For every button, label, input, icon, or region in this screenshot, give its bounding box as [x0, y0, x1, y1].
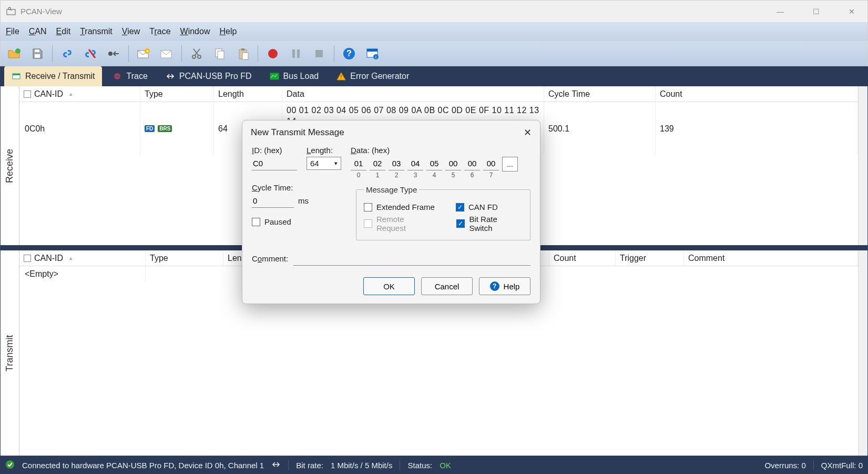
connect-icon[interactable]	[57, 43, 78, 64]
reset-icon[interactable]	[103, 43, 124, 64]
col-canid-header[interactable]: CAN-ID	[34, 89, 63, 99]
info-icon[interactable]: i	[362, 43, 383, 64]
tab-trace[interactable]: Trace	[105, 66, 155, 86]
status-check-icon	[5, 460, 15, 471]
byte-2[interactable]	[389, 157, 404, 170]
byte-1[interactable]	[370, 157, 385, 170]
col-cycle-header[interactable]: Cycle Time	[544, 86, 656, 102]
brs-badge: BRS	[158, 125, 172, 132]
id-input[interactable]	[252, 157, 297, 170]
byte-4[interactable]	[426, 157, 442, 170]
minimize-button[interactable]: —	[770, 7, 791, 16]
tab-warning-icon: !	[336, 72, 346, 81]
col-type-header[interactable]: Type	[140, 86, 214, 102]
paste-icon[interactable]	[232, 43, 253, 64]
app-icon	[6, 6, 16, 17]
message-type-group: Message Type Extended Frame ✓CAN FD Remo…	[356, 185, 530, 240]
data-label: Data: (hex)	[351, 146, 530, 155]
cycle-input[interactable]	[252, 194, 294, 208]
col-data-header[interactable]: Data	[282, 86, 544, 102]
edit-message-icon[interactable]	[156, 43, 177, 64]
tx-col-count[interactable]: Count	[549, 250, 616, 266]
transmit-label: Transmit	[1, 250, 19, 456]
data-bytes: 0 1 2 3 4 5 6 7 ...	[351, 157, 530, 179]
fd-badge: FD	[145, 125, 155, 132]
save-icon[interactable]	[27, 43, 48, 64]
titlebar: PCAN-View — ☐ ✕	[0, 0, 868, 22]
tab-pcan-usb[interactable]: PCAN-USB Pro FD	[158, 66, 259, 86]
tx-col-comment[interactable]: Comment	[684, 250, 858, 266]
tab-error-gen[interactable]: ! Error Generator	[329, 66, 416, 86]
tab-rx-tx-icon	[12, 72, 21, 81]
new-transmit-dialog: New Transmit Message ✕ ID: (hex) Length:…	[242, 120, 540, 304]
menu-file[interactable]: File	[6, 27, 19, 36]
menu-window[interactable]: Window	[180, 27, 210, 36]
svg-rect-23	[297, 49, 300, 58]
status-connection: Connected to hardware PCAN-USB Pro FD, D…	[22, 461, 264, 470]
receive-scrollbar[interactable]	[858, 86, 867, 245]
comment-input[interactable]	[293, 251, 530, 266]
rx-length: 64	[218, 124, 228, 134]
window-title: PCAN-View	[21, 7, 62, 16]
menu-help[interactable]: Help	[219, 27, 237, 36]
ok-button[interactable]: OK	[363, 277, 415, 295]
menu-can[interactable]: CAN	[29, 27, 47, 36]
menu-view[interactable]: View	[122, 27, 140, 36]
length-select[interactable]: 64▾	[307, 157, 341, 170]
pause-icon[interactable]	[285, 43, 307, 64]
col-count-header[interactable]: Count	[656, 86, 858, 102]
open-file-icon[interactable]	[4, 43, 25, 64]
disconnect-icon[interactable]	[80, 43, 101, 64]
svg-rect-5	[35, 54, 40, 58]
record-icon[interactable]	[262, 43, 283, 64]
tab-label: Trace	[126, 72, 147, 81]
can-fd-checkbox[interactable]: ✓	[456, 203, 464, 211]
stop-icon[interactable]	[309, 43, 330, 64]
close-button[interactable]: ✕	[841, 7, 862, 16]
paused-label: Paused	[264, 217, 291, 226]
rx-canid: 0C0h	[25, 124, 45, 134]
svg-rect-32	[13, 74, 20, 75]
byte-5[interactable]	[445, 157, 461, 170]
tab-bus-load[interactable]: Bus Load	[262, 66, 326, 86]
col-length-header[interactable]: Length	[214, 86, 282, 102]
tab-label: Error Generator	[350, 72, 409, 81]
help-icon[interactable]: ?	[339, 43, 360, 64]
help-button[interactable]: ?Help	[479, 277, 530, 295]
help-circle-icon: ?	[490, 281, 499, 291]
tx-select-all-checkbox[interactable]	[24, 255, 31, 262]
more-bytes-button[interactable]: ...	[502, 157, 518, 172]
svg-rect-20	[242, 53, 248, 59]
maximize-button[interactable]: ☐	[805, 7, 826, 16]
status-link-icon	[271, 461, 281, 470]
menu-trace[interactable]: Trace	[149, 27, 170, 36]
status-qxmt: QXmtFull: 0	[821, 461, 863, 470]
tx-col-type[interactable]: Type	[146, 250, 223, 266]
cancel-button[interactable]: Cancel	[421, 277, 473, 295]
tab-receive-transmit[interactable]: Receive / Transmit	[4, 66, 102, 86]
byte-6[interactable]	[464, 157, 480, 170]
copy-icon[interactable]	[209, 43, 230, 64]
paused-checkbox[interactable]	[252, 218, 260, 226]
tx-col-trigger[interactable]: Trigger	[616, 250, 684, 266]
svg-rect-22	[292, 49, 295, 58]
brs-checkbox[interactable]: ✓	[456, 219, 465, 228]
new-message-icon[interactable]: ★	[133, 43, 154, 64]
dialog-close-icon[interactable]: ✕	[524, 127, 532, 138]
svg-text:i: i	[375, 55, 376, 59]
rx-cycle: 500.1	[548, 124, 569, 134]
svg-point-7	[108, 52, 113, 56]
byte-7[interactable]	[483, 157, 499, 170]
transmit-scrollbar[interactable]	[858, 250, 867, 456]
extended-frame-checkbox[interactable]	[364, 203, 372, 211]
svg-point-21	[268, 49, 278, 58]
menu-transmit[interactable]: Transmit	[80, 27, 113, 36]
byte-3[interactable]	[407, 157, 423, 170]
menu-edit[interactable]: Edit	[56, 27, 71, 36]
remote-request-label: Remote Request	[376, 215, 435, 233]
status-overruns: Overruns: 0	[764, 461, 805, 470]
tx-col-canid[interactable]: CAN-ID	[34, 254, 63, 263]
select-all-checkbox[interactable]	[24, 90, 31, 98]
byte-0[interactable]	[351, 157, 366, 170]
cut-icon[interactable]	[186, 43, 207, 64]
